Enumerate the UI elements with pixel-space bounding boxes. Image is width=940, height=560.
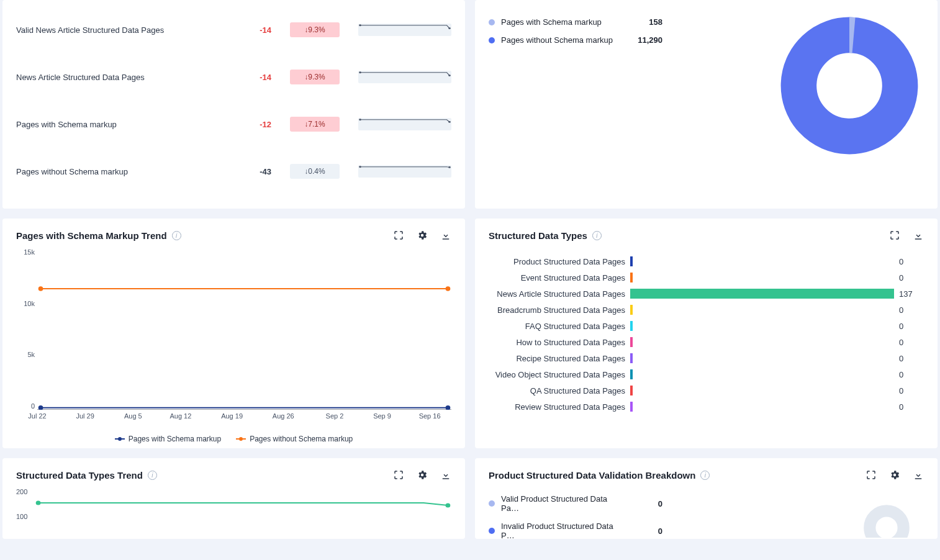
gear-icon[interactable] (417, 469, 428, 481)
expand-icon[interactable] (393, 469, 404, 481)
expand-icon[interactable] (393, 230, 404, 241)
metric-row[interactable]: Pages with Schema markup -12 7.1% (16, 101, 451, 148)
hbar-value: 0 (899, 305, 924, 315)
hbar-label: Event Structured Data Pages (489, 273, 625, 282)
metric-pill: 9.3% (290, 22, 340, 37)
hbar-track (630, 289, 894, 299)
legend-item[interactable]: Pages with Schema markup 158 (489, 17, 662, 27)
hbar-row[interactable]: News Article Structured Data Pages137 (489, 286, 924, 302)
legend-label: Valid Product Structured Data Pa… (501, 494, 625, 513)
hbar-track (630, 402, 894, 412)
card-title: Structured Data Types (489, 230, 587, 241)
hbar-value: 0 (899, 322, 924, 331)
svg-point-30 (870, 511, 903, 538)
metric-pill: 9.3% (290, 70, 340, 84)
metric-row[interactable]: Pages without Schema markup -43 0.4% (16, 148, 451, 195)
mini-line-plot: 200 100 (16, 488, 451, 539)
metric-delta: -14 (222, 73, 271, 82)
dot-icon (489, 500, 495, 507)
expand-icon[interactable] (865, 469, 877, 481)
svg-point-4 (359, 119, 361, 120)
donut-chart-empty (849, 488, 924, 539)
svg-point-29 (445, 504, 450, 508)
hbar-track (630, 273, 894, 282)
svg-point-2 (359, 71, 361, 73)
hbar-row[interactable]: FAQ Structured Data Pages0 (489, 318, 924, 334)
hbar-chart: Product Structured Data Pages0Event Stru… (489, 253, 924, 415)
metric-row[interactable]: News Article Structured Data Pages -14 9… (16, 53, 451, 101)
svg-point-27 (239, 437, 243, 441)
hbar-label: Breadcrumb Structured Data Pages (489, 305, 625, 315)
info-icon[interactable]: i (148, 471, 157, 480)
gear-icon[interactable] (889, 469, 900, 481)
hbar-value: 0 (899, 370, 924, 379)
y-axis-ticks: 15k 10k 5k 0 (16, 248, 35, 410)
download-icon[interactable] (913, 230, 924, 241)
hbar-row[interactable]: Event Structured Data Pages0 (489, 269, 924, 286)
hbar-row[interactable]: QA Structured Data Pages0 (489, 382, 924, 399)
legend-item[interactable]: Invalid Product Structured Data P… 0 (489, 522, 662, 539)
hbar-row[interactable]: Video Object Structured Data Pages0 (489, 366, 924, 382)
sparkline (358, 118, 451, 130)
line-plot (37, 248, 451, 410)
hbar-track (630, 369, 894, 379)
info-icon[interactable]: i (700, 471, 710, 480)
download-icon[interactable] (440, 469, 451, 481)
expand-icon[interactable] (889, 230, 900, 241)
metric-row[interactable]: Valid News Article Structured Data Pages… (16, 6, 451, 53)
legend-item[interactable]: Pages with Schema markup (115, 435, 221, 443)
hbar-label: FAQ Structured Data Pages (489, 322, 625, 331)
hbar-value: 0 (899, 257, 924, 266)
legend-item[interactable]: Pages without Schema markup (236, 435, 353, 443)
metric-pill: 0.4% (290, 164, 340, 179)
hbar-label: Review Structured Data Pages (489, 402, 625, 412)
metric-delta: -12 (222, 120, 271, 129)
metric-delta: -14 (222, 25, 271, 35)
x-axis-ticks: Jul 22Jul 29 Aug 5Aug 12 Aug 19Aug 26 Se… (37, 412, 451, 425)
download-icon[interactable] (913, 469, 924, 481)
metric-label: Valid News Article Structured Data Pages (16, 25, 215, 35)
legend-item[interactable]: Valid Product Structured Data Pa… 0 (489, 494, 662, 513)
hbar-value: 0 (899, 354, 924, 363)
svg-point-22 (38, 405, 43, 410)
hbar-row[interactable]: Product Structured Data Pages0 (489, 253, 924, 269)
donut-card: Pages with Schema markup 158 Pages witho… (475, 0, 938, 209)
svg-point-28 (36, 501, 41, 505)
hbar-track (630, 353, 894, 363)
hbar-value: 0 (899, 386, 924, 395)
types-card: Structured Data Types i Product Structur… (475, 219, 938, 448)
legend-label: Pages with Schema markup (501, 17, 625, 27)
card-title: Pages with Schema Markup Trend (16, 230, 167, 241)
hbar-track (630, 386, 894, 395)
dot-icon (489, 19, 495, 25)
download-icon[interactable] (440, 230, 451, 241)
metric-label: News Article Structured Data Pages (16, 73, 215, 82)
svg-point-23 (446, 405, 451, 410)
info-icon[interactable]: i (592, 231, 602, 240)
svg-point-20 (38, 286, 43, 291)
legend-item[interactable]: Pages without Schema markup 11,290 (489, 35, 662, 45)
metric-pill: 7.1% (290, 117, 340, 132)
hbar-value: 0 (899, 273, 924, 282)
hbar-row[interactable]: Recipe Structured Data Pages0 (489, 350, 924, 366)
types-trend-card: Structured Data Types Trend i 200 100 (2, 458, 465, 539)
hbar-row[interactable]: How to Structured Data Pages0 (489, 334, 924, 350)
schema-trend-card: Pages with Schema Markup Trend i 15k 10k… (2, 219, 465, 448)
hbar-label: Product Structured Data Pages (489, 257, 625, 266)
svg-point-3 (448, 75, 451, 76)
svg-point-5 (448, 121, 451, 123)
legend-value: 11,290 (625, 35, 662, 45)
hbar-label: News Article Structured Data Pages (489, 289, 625, 299)
svg-point-0 (359, 24, 361, 26)
gear-icon[interactable] (417, 230, 428, 241)
hbar-label: QA Structured Data Pages (489, 386, 625, 395)
svg-point-1 (448, 27, 451, 29)
metrics-card: Valid News Article Structured Data Pages… (2, 0, 465, 209)
hbar-row[interactable]: Breadcrumb Structured Data Pages0 (489, 302, 924, 318)
info-icon[interactable]: i (172, 231, 181, 240)
hbar-row[interactable]: Review Structured Data Pages0 (489, 399, 924, 415)
hbar-track (630, 305, 894, 315)
hbar-track (630, 256, 894, 266)
svg-point-6 (359, 166, 361, 168)
sparkline (358, 165, 451, 178)
